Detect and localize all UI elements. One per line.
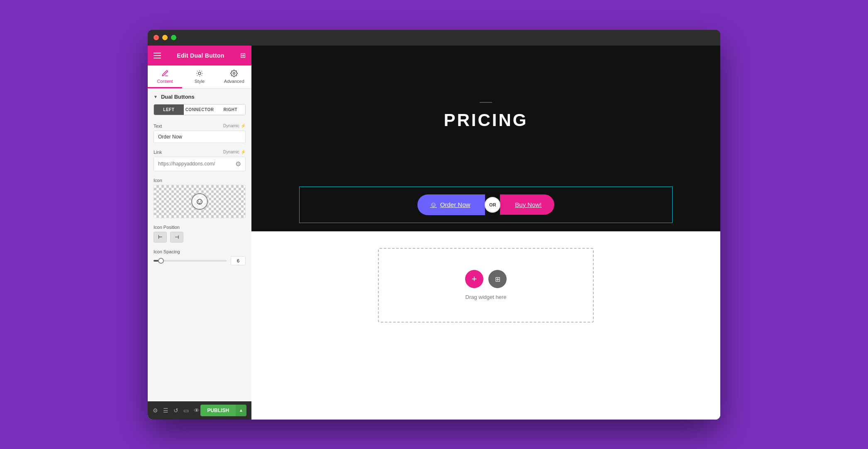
- dual-button-widget: ☺ Order Now OR Buy Now!: [299, 187, 673, 223]
- dual-button-inner: ☺ Order Now OR Buy Now!: [417, 194, 554, 215]
- widget-library-button[interactable]: ⊞: [488, 270, 507, 288]
- dynamic-icon: ⚡: [241, 124, 246, 128]
- eye-icon[interactable]: 👁: [194, 407, 200, 414]
- left-panel: Edit Dual Button ⊞ Content Style Advance…: [148, 46, 251, 420]
- link-settings-icon[interactable]: ⚙: [231, 157, 245, 171]
- link-input-wrap: ⚙: [154, 157, 246, 171]
- tab-content[interactable]: Content: [148, 66, 182, 88]
- text-input[interactable]: [154, 131, 246, 143]
- panel-body: ▼ Dual Buttons LEFT CONNECTOR RIGHT Text…: [148, 89, 251, 401]
- add-widget-button[interactable]: +: [465, 270, 483, 288]
- svg-point-0: [198, 72, 201, 75]
- button-tabs: LEFT CONNECTOR RIGHT: [154, 104, 246, 115]
- icon-spacing-value[interactable]: [231, 256, 246, 265]
- publish-button-wrap: PUBLISH ▲: [200, 405, 246, 416]
- link-field-label: Link Dynamic ⚡: [154, 150, 246, 155]
- layers-icon[interactable]: ☰: [163, 407, 168, 414]
- button-right-text: Buy Now!: [515, 201, 541, 208]
- btn-tab-left[interactable]: LEFT: [154, 104, 184, 115]
- hamburger-icon[interactable]: [154, 53, 161, 58]
- publish-dropdown-button[interactable]: ▲: [236, 405, 246, 416]
- icon-position-row: ⊢ ⊣: [154, 232, 246, 243]
- icon-spacing-group: Icon Spacing: [148, 246, 251, 269]
- icon-field-label: Icon: [154, 178, 246, 183]
- text-dynamic-label: Dynamic ⚡: [223, 124, 246, 128]
- icon-spacing-label: Icon Spacing: [154, 249, 246, 254]
- close-button[interactable]: [154, 35, 159, 40]
- icon-preview[interactable]: ☺: [154, 185, 246, 218]
- icon-pos-right-btn[interactable]: ⊣: [170, 232, 183, 243]
- panel-tabs: Content Style Advanced: [148, 66, 251, 89]
- slider-thumb[interactable]: [158, 258, 164, 264]
- button-left-text: Order Now: [440, 201, 471, 208]
- canvas-bottom-white: + ⊞ Drag widget here: [251, 231, 720, 420]
- drag-widget-text: Drag widget here: [466, 294, 507, 300]
- link-dynamic-label: Dynamic ⚡: [223, 150, 246, 154]
- chevron-down-icon: ▼: [154, 95, 158, 99]
- icon-pos-left-btn[interactable]: ⊢: [154, 232, 167, 243]
- icon-spacing-slider-row: [154, 256, 246, 265]
- tab-advanced[interactable]: Advanced: [217, 66, 251, 88]
- smiley-icon: ☺: [191, 193, 208, 210]
- btn-tab-connector[interactable]: CONNECTOR: [184, 104, 216, 115]
- drag-widget-icons: + ⊞: [465, 270, 507, 288]
- text-field-label: Text Dynamic ⚡: [154, 124, 246, 129]
- icon-pos-right-icon: ⊣: [175, 234, 179, 240]
- button-left[interactable]: ☺ Order Now: [417, 194, 485, 215]
- mac-window: Edit Dual Button ⊞ Content Style Advance…: [148, 30, 720, 420]
- btn-tab-right[interactable]: RIGHT: [215, 104, 245, 115]
- pricing-title: PRICING: [444, 110, 528, 130]
- link-input[interactable]: [154, 158, 231, 170]
- tab-style[interactable]: Style: [182, 66, 217, 88]
- minimize-button[interactable]: [162, 35, 168, 40]
- text-field-group: Text Dynamic ⚡: [148, 120, 251, 146]
- right-canvas: PRICING ☺ Order Now OR Buy Now!: [251, 46, 720, 420]
- tab-content-label: Content: [157, 79, 173, 84]
- settings-icon[interactable]: ⚙: [153, 407, 158, 414]
- button-connector: OR: [485, 197, 500, 213]
- button-right[interactable]: Buy Now!: [500, 194, 554, 215]
- connector-text: OR: [489, 202, 496, 207]
- maximize-button[interactable]: [171, 35, 176, 40]
- footer-icons: ⚙ ☰ ↺ ▭ 👁: [153, 407, 200, 414]
- tab-advanced-label: Advanced: [224, 79, 244, 84]
- icon-position-group: Icon Position ⊢ ⊣: [148, 221, 251, 246]
- link-field-group: Link Dynamic ⚡ ⚙: [148, 146, 251, 175]
- icon-position-label: Icon Position: [154, 225, 246, 230]
- grid-icon[interactable]: ⊞: [240, 51, 246, 59]
- tab-style-label: Style: [195, 79, 205, 84]
- icon-field-group: Icon ☺: [148, 175, 251, 221]
- publish-button[interactable]: PUBLISH: [200, 405, 236, 416]
- drag-widget-area: + ⊞ Drag widget here: [378, 248, 594, 323]
- link-dynamic-icon: ⚡: [241, 150, 246, 154]
- panel-footer: ⚙ ☰ ↺ ▭ 👁 PUBLISH ▲: [148, 401, 251, 420]
- icon-spacing-slider-track[interactable]: [154, 260, 227, 262]
- canvas-top-black: PRICING: [251, 46, 720, 187]
- panel-header: Edit Dual Button ⊞: [148, 46, 251, 66]
- section-title: Dual Buttons: [161, 94, 195, 100]
- pricing-dash: [480, 102, 492, 103]
- section-header-dual-buttons[interactable]: ▼ Dual Buttons: [148, 89, 251, 104]
- title-bar: [148, 30, 720, 46]
- panel-title: Edit Dual Button: [177, 52, 224, 59]
- smiley-btn-icon: ☺: [430, 201, 436, 209]
- icon-pos-left-icon: ⊢: [158, 234, 162, 240]
- history-icon[interactable]: ↺: [173, 407, 178, 414]
- responsive-icon[interactable]: ▭: [183, 407, 189, 414]
- main-content: Edit Dual Button ⊞ Content Style Advance…: [148, 46, 720, 420]
- dual-button-area: ☺ Order Now OR Buy Now!: [251, 187, 720, 231]
